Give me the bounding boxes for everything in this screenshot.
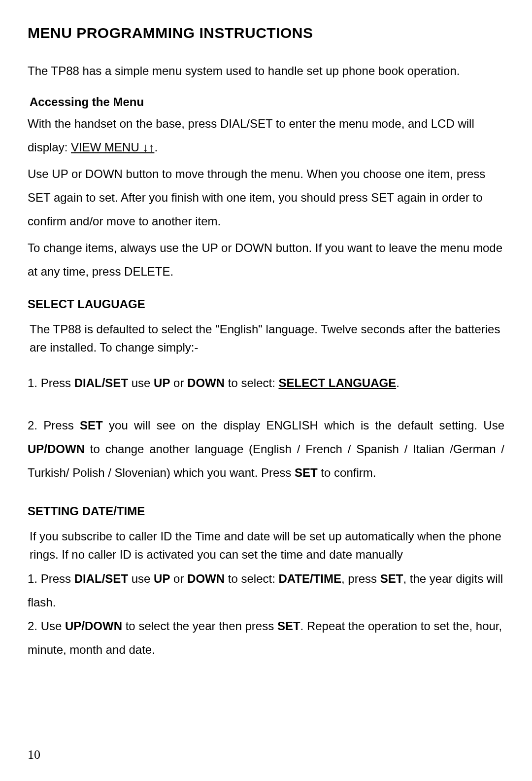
text: to change another language (English / Fr… xyxy=(28,442,504,479)
text: . xyxy=(396,376,399,390)
text: 2. Press xyxy=(28,419,80,432)
up-label: UP xyxy=(154,376,170,390)
heading-select-language: SELECT LAUGUAGE xyxy=(28,297,504,311)
set-label: SET xyxy=(80,419,103,432)
text: you will see on the display ENGLISH whic… xyxy=(103,419,504,432)
datetime-step-1: 1. Press DIAL/SET use UP or DOWN to sele… xyxy=(28,567,504,614)
heading-accessing-menu: Accessing the Menu xyxy=(30,95,504,109)
text: to confirm. xyxy=(318,466,376,479)
document-page: MENU PROGRAMMING INSTRUCTIONS The TP88 h… xyxy=(0,0,532,781)
set-label: SET xyxy=(380,572,403,585)
text: 2. Use xyxy=(28,619,65,633)
text: . xyxy=(154,141,158,154)
text: to select: xyxy=(225,376,278,390)
datetime-step-2: 2. Use UP/DOWN to select the year then p… xyxy=(28,614,504,662)
language-step-2: 2. Press SET you will see on the display… xyxy=(28,414,504,485)
up-label: UP xyxy=(154,572,170,585)
text: to select the year then press xyxy=(122,619,277,633)
text: or xyxy=(170,376,187,390)
text: 1. Press xyxy=(28,572,74,585)
set-label: SET xyxy=(295,466,318,479)
text: use xyxy=(128,572,154,585)
up-down-label: UP/DOWN xyxy=(28,442,85,456)
text: to select: xyxy=(225,572,278,585)
page-number: 10 xyxy=(28,747,40,762)
text: 1. Press xyxy=(28,376,74,390)
heading-setting-date-time: SETTING DATE/TIME xyxy=(28,504,504,518)
access-paragraph-1: With the handset on the base, press DIAL… xyxy=(28,112,504,159)
down-label: DOWN xyxy=(187,572,225,585)
language-step-1: 1. Press DIAL/SET use UP or DOWN to sele… xyxy=(28,371,504,395)
up-down-label: UP/DOWN xyxy=(65,619,122,633)
access-paragraph-3: To change items, always use the UP or DO… xyxy=(28,236,504,284)
dial-set-label: DIAL/SET xyxy=(74,572,128,585)
intro-paragraph: The TP88 has a simple menu system used t… xyxy=(28,61,504,81)
date-time-label: DATE/TIME xyxy=(278,572,341,585)
set-label: SET xyxy=(277,619,300,633)
down-label: DOWN xyxy=(187,376,225,390)
text: use xyxy=(128,376,154,390)
page-title: MENU PROGRAMMING INSTRUCTIONS xyxy=(28,25,504,41)
language-intro: The TP88 is defaulted to select the "Eng… xyxy=(30,320,504,356)
view-menu-text: VIEW MENU ↓↑ xyxy=(71,141,154,154)
datetime-intro: If you subscribe to caller ID the Time a… xyxy=(30,527,504,564)
text: , press xyxy=(341,572,380,585)
access-paragraph-2: Use UP or DOWN button to move through th… xyxy=(28,162,504,233)
text: or xyxy=(170,572,187,585)
select-language-label: SELECT LANGUAGE xyxy=(278,376,396,390)
dial-set-label: DIAL/SET xyxy=(74,376,128,390)
